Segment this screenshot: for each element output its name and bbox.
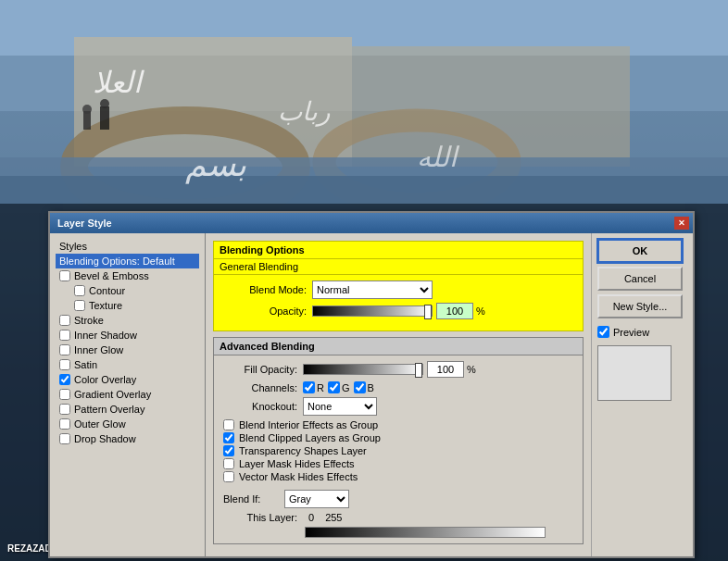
middle-panel: Blending Options General Blending Blend … (206, 233, 591, 556)
layer-mask-checkbox[interactable] (223, 458, 234, 469)
dialog-body: Styles Blending Options: Default Bevel &… (50, 233, 693, 556)
blend-mode-label: Blend Mode: (223, 284, 307, 295)
drop-shadow-item[interactable]: Drop Shadow (56, 431, 199, 446)
drop-shadow-checkbox[interactable] (59, 433, 70, 444)
styles-item[interactable]: Styles (56, 239, 199, 254)
inner-glow-item[interactable]: Inner Glow (56, 343, 199, 357)
gradient-overlay-label: Gradient Overlay (74, 389, 151, 400)
satin-label: Satin (74, 359, 97, 370)
stroke-checkbox[interactable] (59, 315, 70, 326)
fill-opacity-thumb[interactable] (415, 363, 422, 378)
transparency-checkbox[interactable] (223, 445, 234, 456)
color-overlay-item[interactable]: Color Overlay (56, 372, 199, 387)
gradient-overlay-checkbox[interactable] (59, 389, 70, 400)
knockout-label: Knockout: (223, 401, 297, 412)
knockout-select[interactable]: None Shallow Deep (303, 397, 377, 416)
gradient-overlay-item[interactable]: Gradient Overlay (56, 387, 199, 402)
blending-options-item[interactable]: Blending Options: Default (56, 254, 199, 268)
opacity-input[interactable] (436, 303, 473, 319)
drop-shadow-label: Drop Shadow (74, 433, 136, 444)
styles-label: Styles (59, 241, 87, 252)
color-overlay-checkbox[interactable] (59, 374, 70, 385)
checkboxes-group: Blend Interior Effects as Group Blend Cl… (223, 419, 573, 482)
satin-checkbox[interactable] (59, 359, 70, 370)
svg-text:العلا: العلا (93, 66, 144, 99)
svg-point-15 (82, 105, 92, 114)
knockout-row: Knockout: None Shallow Deep (223, 397, 573, 416)
bevel-emboss-checkbox[interactable] (59, 270, 70, 281)
blending-options-label: Blending Options: Default (59, 256, 175, 267)
outer-glow-checkbox[interactable] (59, 418, 70, 430)
vector-mask-label: Vector Mask Hides Effects (239, 471, 358, 482)
inner-glow-checkbox[interactable] (59, 344, 70, 355)
svg-text:بسم: بسم (185, 145, 246, 184)
pattern-overlay-label: Pattern Overlay (74, 404, 144, 415)
inner-shadow-label: Inner Shadow (74, 330, 137, 341)
inner-glow-label: Inner Glow (74, 344, 123, 355)
channel-g-checkbox[interactable] (328, 381, 340, 393)
channel-b-text: B (368, 382, 374, 393)
dialog-title: Layer Style (54, 218, 112, 229)
this-layer-row: This Layer: 0 255 (223, 512, 573, 523)
outer-glow-item[interactable]: Outer Glow (56, 417, 199, 431)
contour-item[interactable]: Contour (56, 283, 199, 298)
channel-b-checkbox[interactable] (354, 381, 366, 393)
this-layer-max: 255 (325, 512, 342, 523)
ok-button[interactable]: OK (597, 239, 683, 263)
opacity-thumb[interactable] (424, 305, 432, 319)
vector-mask-checkbox[interactable] (223, 471, 234, 482)
opacity-percent: % (476, 305, 485, 317)
channel-r-checkbox[interactable] (303, 381, 315, 393)
stroke-label: Stroke (74, 315, 104, 326)
fill-opacity-slider[interactable] (303, 364, 423, 375)
blend-mode-select[interactable]: Normal Dissolve Darken Multiply Overlay (312, 280, 433, 299)
layer-style-dialog: Layer Style ✕ Styles Blending Options: D… (48, 211, 695, 558)
preview-checkbox[interactable] (597, 326, 609, 338)
this-layer-slider-container (223, 527, 573, 538)
channel-b-label[interactable]: B (354, 381, 374, 393)
inner-shadow-item[interactable]: Inner Shadow (56, 328, 199, 343)
close-button[interactable]: ✕ (674, 217, 689, 230)
opacity-label: Opacity: (223, 305, 307, 317)
new-style-button[interactable]: New Style... (597, 294, 683, 318)
blend-if-section: Blend If: Gray Red Green Blue This Layer… (223, 490, 573, 538)
blend-if-row: Blend If: Gray Red Green Blue (223, 490, 573, 508)
general-blending-header: General Blending (213, 259, 584, 275)
opacity-slider[interactable] (312, 305, 433, 317)
channel-r-label[interactable]: R (303, 381, 324, 393)
blend-interior-checkbox[interactable] (223, 419, 234, 430)
texture-item[interactable]: Texture (56, 298, 199, 313)
texture-checkbox[interactable] (74, 300, 85, 311)
bevel-emboss-label: Bevel & Emboss (74, 270, 149, 281)
blend-if-select[interactable]: Gray Red Green Blue (284, 490, 349, 508)
bevel-emboss-item[interactable]: Bevel & Emboss (56, 268, 199, 283)
svg-rect-14 (100, 106, 109, 130)
this-layer-slider[interactable] (305, 527, 546, 538)
opacity-row: Opacity: % (223, 303, 573, 319)
contour-checkbox[interactable] (74, 285, 85, 296)
pattern-overlay-checkbox[interactable] (59, 404, 70, 415)
advanced-blending-section: Advanced Blending Fill Opacity: % Channe… (213, 337, 584, 544)
preview-label: Preview (613, 327, 649, 338)
fill-opacity-label: Fill Opacity: (223, 364, 297, 375)
cancel-button[interactable]: Cancel (597, 267, 683, 291)
channel-g-label[interactable]: G (328, 381, 350, 393)
channels-label: Channels: (223, 382, 297, 393)
inner-shadow-checkbox[interactable] (59, 330, 70, 341)
this-layer-min: 0 (308, 512, 314, 523)
fill-opacity-row: Fill Opacity: % (223, 361, 573, 378)
dialog-titlebar: Layer Style ✕ (50, 213, 693, 233)
this-layer-label: This Layer: (223, 512, 297, 523)
texture-label: Texture (89, 300, 122, 311)
right-panel: OK Cancel New Style... Preview (591, 233, 693, 556)
channels-row: Channels: R G (223, 381, 573, 393)
channel-g-text: G (342, 382, 350, 393)
color-overlay-label: Color Overlay (74, 374, 136, 385)
transparency-row: Transparency Shapes Layer (223, 445, 573, 456)
blend-clipped-checkbox[interactable] (223, 432, 234, 443)
stroke-item[interactable]: Stroke (56, 313, 199, 328)
blend-interior-label: Blend Interior Effects as Group (239, 419, 378, 430)
pattern-overlay-item[interactable]: Pattern Overlay (56, 402, 199, 417)
satin-item[interactable]: Satin (56, 357, 199, 372)
fill-opacity-input[interactable] (427, 361, 464, 378)
